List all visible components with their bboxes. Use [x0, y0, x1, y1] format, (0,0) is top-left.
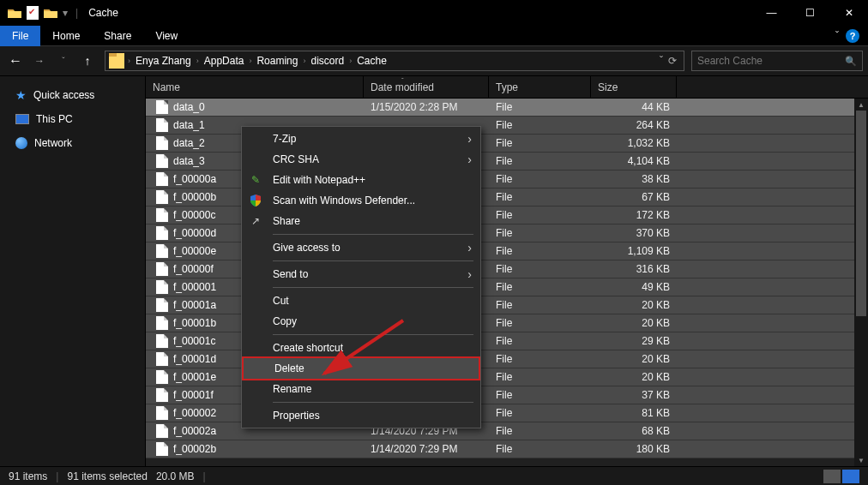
sidebar-item-network[interactable]: Network	[0, 133, 145, 153]
sidebar-item-label: Network	[34, 137, 72, 149]
folder-icon-2	[43, 5, 58, 21]
ribbon-collapse-icon[interactable]: ˇ	[835, 30, 839, 42]
breadcrumb[interactable]: discord	[305, 55, 349, 67]
file-icon	[156, 352, 168, 366]
column-header-type[interactable]: Type	[489, 76, 591, 98]
context-item-properties[interactable]: Properties	[242, 405, 480, 426]
close-button[interactable]: ✕	[829, 0, 868, 26]
file-size: 370 KB	[591, 227, 677, 239]
shield-icon	[249, 194, 262, 207]
file-size: 20 KB	[591, 371, 677, 383]
file-name: f_00001f	[173, 389, 214, 401]
file-type: File	[489, 263, 591, 275]
thumbnails-view-button[interactable]	[842, 470, 859, 483]
context-separator	[273, 402, 473, 403]
context-item-copy[interactable]: Copy	[242, 311, 480, 332]
file-type: File	[489, 101, 591, 113]
breadcrumb[interactable]: Enya Zhang	[130, 55, 196, 67]
file-size: 67 KB	[591, 191, 677, 203]
context-item-rename[interactable]: Rename	[242, 379, 480, 399]
file-icon	[156, 334, 168, 348]
scroll-down-icon[interactable]: ▼	[854, 454, 868, 466]
file-size: 172 KB	[591, 209, 677, 221]
status-bar: 91 items | 91 items selected 20.0 MB |	[0, 466, 868, 485]
recent-dropdown-icon[interactable]: ˇ	[53, 51, 74, 71]
network-icon	[15, 137, 27, 149]
status-separator: |	[56, 470, 58, 482]
context-item-give-access[interactable]: Give access to	[242, 237, 480, 258]
file-type: File	[489, 335, 591, 347]
search-icon[interactable]: 🔍	[845, 56, 857, 67]
context-item-cut[interactable]: Cut	[242, 290, 480, 311]
qat-separator: |	[75, 7, 78, 19]
scrollbar-thumb[interactable]	[856, 111, 866, 316]
context-item-defender[interactable]: Scan with Windows Defender...	[242, 190, 480, 211]
file-name: f_00002a	[173, 425, 216, 437]
details-view-button[interactable]	[823, 470, 841, 483]
sidebar-item-this-pc[interactable]: This PC	[0, 109, 145, 129]
file-size: 68 KB	[591, 425, 677, 437]
window-title: Cache	[88, 7, 118, 19]
file-icon	[156, 424, 168, 438]
file-size: 4,104 KB	[591, 155, 677, 167]
file-size: 1,109 KB	[591, 245, 677, 257]
file-size: 264 KB	[591, 119, 677, 131]
breadcrumb[interactable]: Roaming	[251, 55, 303, 67]
file-type: File	[489, 245, 591, 257]
address-bar[interactable]: › Enya Zhang › AppData › Roaming › disco…	[105, 51, 684, 71]
breadcrumb[interactable]: Cache	[352, 55, 392, 67]
sidebar-item-quick-access[interactable]: ★ Quick access	[0, 85, 145, 105]
tab-share[interactable]: Share	[92, 26, 143, 46]
file-size: 20 KB	[591, 317, 677, 329]
maximize-button[interactable]: ☐	[791, 0, 829, 26]
minimize-button[interactable]: —	[752, 0, 791, 26]
context-item-delete[interactable]: Delete	[242, 356, 480, 380]
file-name: data_3	[173, 155, 205, 167]
up-button[interactable]: ↑	[77, 51, 98, 71]
properties-icon[interactable]: ✔	[27, 6, 39, 20]
navigation-bar: ← → ˇ ↑ › Enya Zhang › AppData › Roaming…	[0, 46, 868, 75]
file-icon	[156, 280, 168, 294]
context-item-crc-sha[interactable]: CRC SHA	[242, 149, 480, 170]
context-item-share[interactable]: ↗ Share	[242, 211, 480, 231]
file-icon	[156, 388, 168, 402]
file-row[interactable]: f_00002b1/14/2020 7:29 PMFile180 KB	[146, 440, 868, 458]
qat-dropdown-icon[interactable]: ▾	[60, 5, 70, 21]
back-button[interactable]: ←	[5, 51, 26, 71]
file-type: File	[489, 407, 591, 419]
context-item-create-shortcut[interactable]: Create shortcut	[242, 338, 480, 358]
context-item-send-to[interactable]: Send to	[242, 264, 480, 284]
tab-view[interactable]: View	[143, 26, 190, 46]
file-type: File	[489, 119, 591, 131]
context-separator	[273, 334, 473, 335]
column-header-size[interactable]: Size	[591, 76, 677, 98]
search-input[interactable]: Search Cache 🔍	[691, 51, 863, 71]
column-header-date[interactable]: Date modified	[364, 76, 489, 98]
breadcrumb[interactable]: AppData	[199, 55, 250, 67]
context-menu: 7-Zip CRC SHA ✎ Edit with Notepad++ Scan…	[241, 126, 481, 428]
scroll-up-icon[interactable]: ▲	[854, 99, 868, 111]
column-header-name[interactable]: Name	[146, 76, 364, 98]
folder-icon	[109, 53, 124, 69]
help-icon[interactable]: ?	[846, 29, 859, 43]
forward-button[interactable]: →	[29, 51, 50, 71]
tab-file[interactable]: File	[0, 26, 40, 46]
file-icon	[156, 316, 168, 330]
context-item-7zip[interactable]: 7-Zip	[242, 129, 480, 149]
quick-access-toolbar: ✔ ▾ |	[0, 5, 81, 21]
file-row[interactable]: data_01/15/2020 2:28 PMFile44 KB	[146, 99, 868, 117]
refresh-icon[interactable]: ⟳	[668, 55, 677, 67]
file-size: 20 KB	[591, 353, 677, 365]
file-name: f_00000f	[173, 263, 214, 275]
tab-home[interactable]: Home	[40, 26, 92, 46]
context-separator	[273, 260, 473, 261]
file-name: f_000001	[173, 281, 216, 293]
file-type: File	[489, 425, 591, 437]
file-size: 316 KB	[591, 263, 677, 275]
address-dropdown-icon[interactable]: ˇ	[660, 55, 663, 67]
context-item-notepadpp[interactable]: ✎ Edit with Notepad++	[242, 170, 480, 190]
file-name: f_00001b	[173, 317, 216, 329]
vertical-scrollbar[interactable]: ▲ ▼	[854, 99, 868, 466]
file-name: f_00001a	[173, 299, 216, 311]
file-icon	[156, 442, 168, 456]
